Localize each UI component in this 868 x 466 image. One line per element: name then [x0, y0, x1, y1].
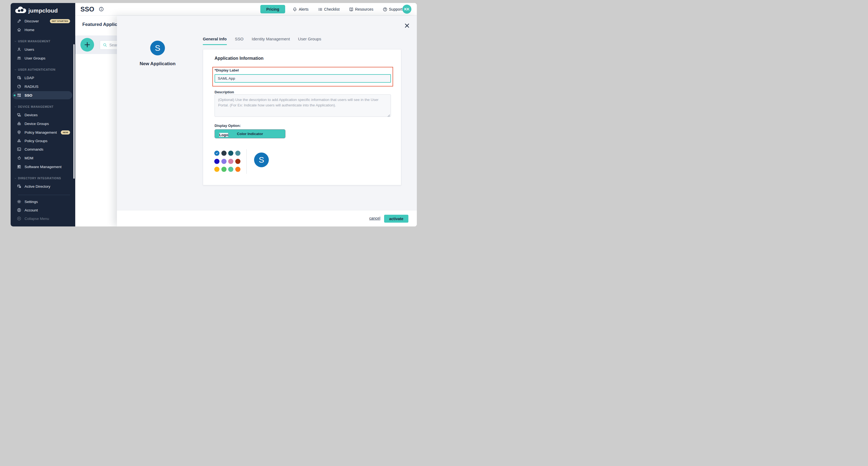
bell-icon [292, 7, 297, 12]
sidebar-item-label: Users [25, 48, 34, 52]
color-swatch-9e2c0d[interactable] [235, 159, 241, 164]
sidebar-item-label: Home [25, 28, 34, 32]
tab-user-groups[interactable]: User Groups [298, 36, 321, 45]
chevron-down-icon [14, 68, 17, 71]
application-information-card: Application Information *Display Label D… [203, 49, 401, 185]
close-icon[interactable] [404, 23, 410, 29]
color-swatch-4a8e9c[interactable] [235, 151, 241, 156]
sidebar-section-label: DIRECTORY INTEGRATIONS [18, 177, 61, 180]
devices-icon [17, 113, 21, 117]
color-swatch-fb7b17[interactable] [235, 167, 241, 172]
color-swatch-57c698[interactable] [228, 167, 234, 172]
sidebar-item-home[interactable]: Home [11, 26, 75, 34]
header-link-checklist[interactable]: Checklist [318, 7, 340, 12]
new-application-modal: S New Application General InfoSSOIdentit… [117, 16, 417, 227]
description-label: Description [215, 90, 234, 94]
sidebar-item-commands[interactable]: Commands [11, 145, 75, 153]
sidebar-item-active-directory[interactable]: Active Directory [11, 182, 75, 191]
sidebar-item-label: Devices [25, 113, 38, 117]
header-link-alerts[interactable]: Alerts [292, 7, 309, 12]
sidebar-section-directory-integrations[interactable]: DIRECTORY INTEGRATIONS [11, 176, 75, 180]
sidebar-item-label: MDM [25, 156, 33, 160]
logo-wordmark: jumpcloud [28, 7, 58, 14]
sidebar-scrollbar[interactable] [73, 44, 75, 179]
add-application-button[interactable] [81, 38, 94, 52]
sidebar-item-label: Collapse Menu [25, 216, 49, 221]
sidebar-item-settings[interactable]: Settings [11, 198, 75, 206]
sidebar-section-label: USER MANAGEMENT [18, 39, 51, 43]
sidebar-item-account[interactable]: Account [11, 206, 75, 214]
sidebar-item-devices[interactable]: Devices [11, 111, 75, 119]
header-link-label: Support [389, 7, 402, 11]
book-icon [349, 7, 353, 12]
sidebar-section-user-management[interactable]: USER MANAGEMENT [11, 39, 75, 43]
color-swatch-13596b[interactable] [228, 151, 234, 156]
sidebar-item-label: SSO [25, 93, 32, 97]
commands-icon [17, 147, 21, 151]
activate-button[interactable]: activate [384, 215, 408, 223]
policy-groups-icon [17, 139, 21, 143]
header-link-support[interactable]: Support [383, 7, 402, 12]
device-groups-icon [17, 121, 21, 126]
display-label-input[interactable] [215, 74, 391, 83]
chevron-down-icon [14, 177, 17, 180]
sidebar-item-mdm[interactable]: MDM [11, 154, 75, 162]
sidebar-item-device-groups[interactable]: Device Groups [11, 119, 75, 128]
user-avatar[interactable]: KK [402, 5, 411, 13]
sidebar-item-software-management[interactable]: Software Management [11, 163, 75, 171]
sidebar-item-policy-groups[interactable]: Policy Groups [11, 137, 75, 145]
search-icon [103, 43, 107, 47]
sidebar-item-sso[interactable]: SSO [11, 91, 75, 99]
ldap-icon [17, 76, 21, 80]
tab-sso[interactable]: SSO [235, 36, 244, 45]
active-directory-icon [17, 184, 21, 188]
plus-icon [84, 41, 91, 48]
color-swatch-1a0dc0[interactable] [214, 159, 219, 164]
info-icon[interactable] [99, 6, 104, 12]
user-icon [17, 47, 21, 52]
header-link-label: Resources [355, 7, 373, 11]
mdm-icon [17, 156, 21, 160]
color-swatch-8b78e6[interactable] [221, 159, 226, 164]
logo-option-button[interactable]: Logo [219, 133, 228, 137]
sidebar-item-badge: NEW [61, 130, 70, 135]
header-link-resources[interactable]: Resources [349, 7, 373, 12]
software-icon [17, 165, 21, 169]
sidebar-item-label: Account [25, 208, 38, 212]
sidebar-section-user-authentication[interactable]: USER AUTHENTICATION [11, 67, 75, 72]
cancel-button[interactable]: cancel [369, 216, 380, 221]
jumpcloud-logo[interactable]: jumpcloud [15, 6, 58, 15]
collapse-icon [17, 216, 21, 221]
sidebar-item-policy-management[interactable]: Policy ManagementNEW [11, 128, 75, 137]
application-name: New Application [123, 61, 192, 66]
description-textarea[interactable] [215, 94, 391, 117]
active-indicator-dot [13, 94, 16, 96]
chevron-down-icon [14, 105, 17, 108]
color-swatch-2b3a47[interactable] [221, 151, 226, 156]
sidebar-section-device-management[interactable]: DEVICE MANAGEMENT [11, 105, 75, 109]
sidebar-item-ldap[interactable]: LDAP [11, 74, 75, 82]
sidebar-item-label: Active Directory [25, 184, 51, 188]
chevron-down-icon [14, 40, 17, 43]
rocket-icon [17, 19, 21, 23]
sidebar-item-radius[interactable]: RADIUS [11, 82, 75, 91]
sidebar-item-user-groups[interactable]: User Groups [11, 54, 75, 62]
color-swatch-d77fa8[interactable] [228, 159, 234, 164]
color-swatch-1777be-selected[interactable] [214, 151, 219, 156]
color-swatch-fdb515[interactable] [214, 167, 219, 172]
sidebar-item-users[interactable]: Users [11, 45, 75, 54]
sidebar-item-collapse-menu[interactable]: Collapse Menu [11, 214, 75, 223]
tab-identity-management[interactable]: Identity Management [252, 36, 290, 45]
color-swatch-55c569[interactable] [221, 167, 226, 172]
active-item-pill [12, 91, 72, 99]
sidebar-item-discover[interactable]: DiscoverGET STARTED [11, 17, 75, 25]
sidebar-section-label: DEVICE MANAGEMENT [18, 105, 54, 108]
pricing-button[interactable]: Pricing [260, 5, 285, 13]
tab-general-info[interactable]: General Info [203, 36, 227, 45]
sidebar-item-label: LDAP [25, 76, 34, 80]
header-link-label: Checklist [324, 7, 340, 11]
sidebar-item-badge: GET STARTED [50, 19, 70, 23]
sidebar-item-label: Settings [25, 200, 38, 204]
checklist-icon [318, 7, 322, 12]
display-option-label: Display Option: [215, 124, 241, 128]
